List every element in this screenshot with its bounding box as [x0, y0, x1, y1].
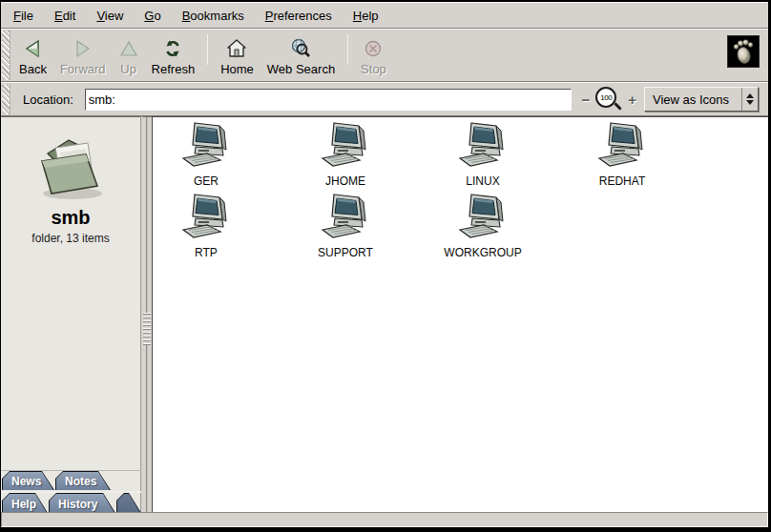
file-item-label: GER [194, 174, 219, 188]
computer-icon [458, 122, 508, 172]
tab-history-label: History [50, 497, 97, 511]
computer-icon [321, 194, 370, 243]
content-area: smb folder, 13 items News Notes Help [1, 116, 768, 512]
sidebar-tab-help[interactable]: Help [2, 493, 48, 513]
sidebar-tab-history[interactable]: History [49, 493, 115, 513]
sidebar-tab-row-1: News Notes [1, 470, 141, 490]
stop-button: Stop [354, 30, 393, 81]
toolbar-drag-handle[interactable] [2, 31, 10, 80]
location-bar: Location: smb: − 100 + View as Icons [1, 82, 768, 116]
menu-file-mnemonic: F [13, 9, 21, 23]
file-item-ger[interactable]: GER [156, 122, 256, 188]
file-item-rtp[interactable]: RTP [156, 194, 256, 259]
web-search-label: Web Search [267, 62, 335, 76]
home-button[interactable]: Home [214, 30, 260, 81]
menu-go-mnemonic: G [144, 9, 154, 23]
file-item-jhome[interactable]: JHOME [296, 122, 395, 188]
location-input[interactable]: smb: [85, 89, 573, 111]
file-item-support[interactable]: SUPPORT [296, 194, 395, 259]
menu-help-rest: elp [362, 9, 378, 23]
sidebar-folder-title: smb [1, 207, 140, 229]
tab-news-label: News [3, 474, 41, 488]
sidebar-tab-news[interactable]: News [2, 471, 54, 490]
gnome-foot-logo [727, 35, 760, 68]
menu-help[interactable]: Help [353, 9, 379, 23]
stop-icon [364, 37, 383, 59]
menu-bookmarks[interactable]: Bookmarks [182, 9, 244, 23]
nautilus-window: File Edit View Go Bookmarks Preferences … [0, 0, 771, 532]
file-item-label: RTP [195, 246, 218, 259]
forward-icon [73, 37, 93, 59]
toolbar-separator [207, 34, 208, 65]
menu-view[interactable]: View [96, 9, 123, 23]
location-bar-drag-handle[interactable] [2, 84, 10, 114]
sidebar-splitter [142, 116, 152, 512]
magnifier-handle-icon [614, 102, 621, 110]
zoom-out-button[interactable]: − [581, 92, 590, 107]
back-icon [23, 37, 42, 59]
web-search-button[interactable]: Web Search [260, 30, 342, 81]
file-item-label: WORKGROUP [444, 246, 521, 259]
tab-notes-label: Notes [56, 474, 96, 488]
sidebar-tab-row-2: Help History [1, 491, 141, 513]
zoom-level-indicator[interactable]: 100 [594, 86, 623, 113]
sidebar-tab-notes[interactable]: Notes [55, 471, 111, 490]
menu-bar: File Edit View Go Bookmarks Preferences … [1, 2, 768, 29]
file-item-label: SUPPORT [318, 246, 373, 259]
window-chrome: File Edit View Go Bookmarks Preferences … [1, 2, 768, 527]
file-item-label: LINUX [466, 174, 499, 188]
status-bar [1, 512, 768, 527]
menu-view-rest: iew [105, 9, 124, 23]
web-search-icon [290, 37, 311, 59]
file-item-label: JHOME [325, 174, 365, 188]
location-label: Location: [23, 92, 73, 107]
folder-icon [1, 131, 140, 205]
menu-edit-mnemonic: E [54, 9, 63, 23]
refresh-button[interactable]: Refresh [145, 30, 202, 81]
menu-go-rest: o [154, 9, 160, 23]
tab-help-label: Help [3, 497, 36, 511]
file-item-redhat[interactable]: REDHAT [573, 122, 672, 188]
forward-label: Forward [60, 62, 106, 76]
refresh-label: Refresh [152, 62, 196, 76]
menu-edit-rest: dit [63, 9, 76, 23]
splitter-handle[interactable] [143, 313, 151, 345]
back-button[interactable]: Back [12, 30, 53, 81]
zoom-control: − 100 + [581, 86, 636, 113]
menu-bookmarks-rest: ookmarks [190, 9, 243, 23]
menu-file[interactable]: File [13, 9, 33, 23]
dropdown-spinner-icon [741, 88, 758, 111]
home-label: Home [220, 62, 254, 76]
file-item-label: REDHAT [599, 174, 645, 188]
refresh-icon [163, 37, 182, 59]
chevron-down-icon [746, 100, 754, 105]
menu-go[interactable]: Go [144, 9, 160, 23]
view-mode-dropdown[interactable]: View as Icons [644, 87, 759, 112]
computer-icon [181, 122, 231, 172]
up-button: Up [113, 30, 145, 81]
file-item-workgroup[interactable]: WORKGROUP [433, 194, 532, 259]
computer-icon [458, 194, 508, 243]
forward-button: Forward [53, 30, 113, 81]
stop-label: Stop [361, 62, 386, 76]
up-icon [119, 37, 138, 59]
menu-preferences[interactable]: Preferences [265, 9, 332, 23]
zoom-in-button[interactable]: + [628, 92, 636, 107]
computer-icon [181, 194, 231, 243]
sidebar-folder-subtitle: folder, 13 items [1, 232, 140, 245]
menu-file-rest: ile [21, 9, 33, 23]
computer-icon [321, 122, 370, 172]
sidebar-tab-partial[interactable] [116, 493, 141, 513]
home-icon [226, 37, 247, 59]
chevron-up-icon [746, 93, 754, 98]
toolbar-separator [347, 34, 348, 65]
view-mode-label: View as Icons [645, 92, 741, 107]
menu-view-mnemonic: V [96, 9, 104, 23]
computer-icon [597, 122, 647, 172]
file-item-linux[interactable]: LINUX [433, 122, 532, 188]
sidebar: smb folder, 13 items News Notes Help [1, 116, 141, 512]
icon-view: GER JHOME [152, 116, 768, 512]
menu-help-mnemonic: H [353, 9, 362, 23]
menu-edit[interactable]: Edit [54, 9, 75, 23]
menu-preferences-rest: references [273, 9, 331, 23]
